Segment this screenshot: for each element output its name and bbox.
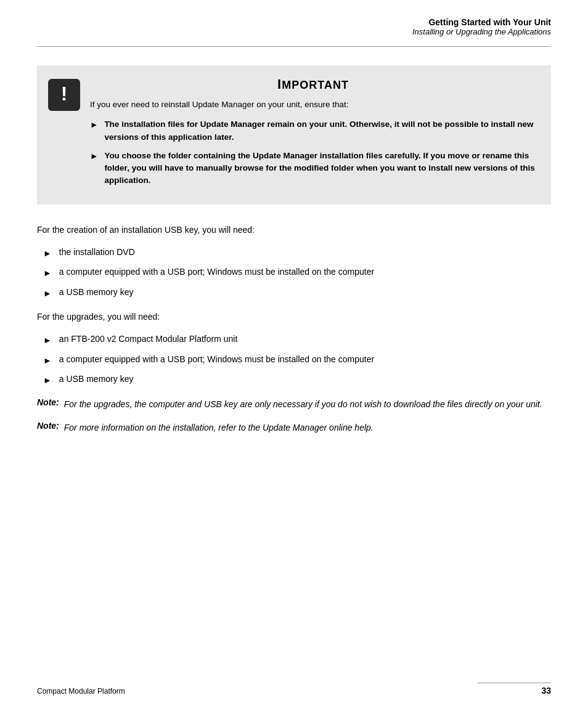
section1-item-3: ► a USB memory key bbox=[37, 285, 551, 300]
section2-intro: For the upgrades, you will need: bbox=[37, 310, 551, 323]
section2-item-1-text: an FTB-200 v2 Compact Modular Platform u… bbox=[59, 332, 237, 346]
page-footer: Compact Modular Platform 33 bbox=[0, 683, 588, 696]
note-1-label: Note: bbox=[37, 397, 59, 407]
important-heading: IMPORTANT bbox=[90, 76, 536, 92]
section1-item-2: ► a computer equipped with a USB port; W… bbox=[37, 265, 551, 280]
important-bullet-1: ► The installation files for Update Mana… bbox=[90, 118, 536, 144]
page-container: Getting Started with Your Unit Installin… bbox=[0, 0, 588, 714]
arrow-icon-s2-2: ► bbox=[43, 354, 52, 367]
important-content: IMPORTANT If you ever need to reinstall … bbox=[90, 76, 536, 193]
important-box: ! IMPORTANT If you ever need to reinstal… bbox=[37, 65, 551, 205]
important-bullets: ► The installation files for Update Mana… bbox=[90, 118, 536, 187]
important-intro: If you ever need to reinstall Update Man… bbox=[90, 99, 536, 111]
arrow-icon-s2-1: ► bbox=[43, 333, 52, 347]
arrow-icon-1: ► bbox=[90, 119, 98, 131]
section2-list: ► an FTB-200 v2 Compact Modular Platform… bbox=[37, 332, 551, 387]
footer-left-text: Compact Modular Platform bbox=[37, 687, 125, 696]
note-block-2: Note: For more information on the instal… bbox=[37, 421, 551, 434]
section2-item-1: ► an FTB-200 v2 Compact Modular Platform… bbox=[37, 332, 551, 347]
note-block-1: Note: For the upgrades, the computer and… bbox=[37, 397, 551, 411]
section1-item-3-text: a USB memory key bbox=[59, 285, 134, 299]
section2-item-2-text: a computer equipped with a USB port; Win… bbox=[59, 352, 374, 366]
arrow-icon-2: ► bbox=[90, 150, 98, 163]
page-header: Getting Started with Your Unit Installin… bbox=[0, 0, 588, 43]
note-2-text: For more information on the installation… bbox=[64, 421, 374, 434]
section1-item-1: ► the installation DVD bbox=[37, 245, 551, 260]
section1-list: ► the installation DVD ► a computer equi… bbox=[37, 245, 551, 300]
section2-item-3-text: a USB memory key bbox=[59, 372, 134, 386]
arrow-icon-s1-3: ► bbox=[43, 286, 52, 300]
important-icon: ! bbox=[48, 79, 80, 111]
important-bullet-2: ► You choose the folder containing the U… bbox=[90, 150, 536, 187]
important-exclamation: ! bbox=[61, 84, 68, 103]
section2-item-2: ► a computer equipped with a USB port; W… bbox=[37, 352, 551, 367]
important-bullet-2-text: You choose the folder containing the Upd… bbox=[104, 150, 536, 187]
arrow-icon-s1-1: ► bbox=[43, 246, 52, 260]
header-subtitle: Installing or Upgrading the Applications bbox=[412, 27, 551, 36]
footer-rule bbox=[477, 683, 551, 683]
note-2-label: Note: bbox=[37, 421, 59, 431]
arrow-icon-s1-2: ► bbox=[43, 266, 52, 280]
section1-item-1-text: the installation DVD bbox=[59, 245, 135, 259]
section1-item-2-text: a computer equipped with a USB port; Win… bbox=[59, 265, 374, 278]
footer-right: 33 bbox=[477, 683, 551, 696]
section2-item-3: ► a USB memory key bbox=[37, 372, 551, 387]
section1-intro: For the creation of an installation USB … bbox=[37, 223, 551, 237]
arrow-icon-s2-3: ► bbox=[43, 373, 52, 387]
note-1-text: For the upgrades, the computer and USB k… bbox=[64, 397, 542, 411]
main-content: ! IMPORTANT If you ever need to reinstal… bbox=[0, 47, 588, 481]
header-title: Getting Started with Your Unit bbox=[428, 17, 551, 27]
important-heading-text: IMPORTANT bbox=[277, 76, 349, 92]
important-bullet-1-text: The installation files for Update Manage… bbox=[104, 118, 536, 144]
footer-page-number: 33 bbox=[541, 686, 551, 696]
